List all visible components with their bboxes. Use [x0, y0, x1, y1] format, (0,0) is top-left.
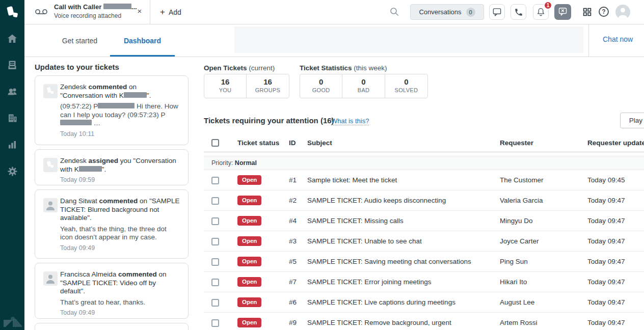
- person-icon: [615, 5, 630, 19]
- select-all-checkbox[interactable]: [211, 139, 219, 147]
- status-badge: Open: [237, 236, 261, 246]
- update-title: Zendesk commented on "Conversation with …: [60, 83, 180, 100]
- update-timestamp: Today 09:49: [60, 244, 180, 252]
- ticket-updated: Today 09:47: [587, 190, 625, 211]
- update-body: Yeah, that’s the thing, the three dot ic…: [60, 225, 180, 242]
- row-checkbox[interactable]: [211, 299, 219, 307]
- row-checkbox[interactable]: [211, 258, 219, 266]
- stat-cell-you: 16 YOU: [204, 74, 247, 98]
- ticket-rows: Open #1 Sample ticket: Meet the ticket T…: [204, 170, 644, 330]
- sidebar-item-customers[interactable]: [0, 78, 24, 105]
- tickets-table: Ticket status ID Subject Requester Reque…: [204, 138, 644, 330]
- ticket-id: #9: [289, 313, 297, 330]
- sidebar-item-home[interactable]: [0, 25, 24, 52]
- ticket-id: #2: [289, 190, 297, 211]
- web-widget-button[interactable]: [554, 4, 571, 20]
- chat-now-link[interactable]: Chat now: [603, 35, 633, 43]
- user-avatar: [43, 271, 58, 286]
- row-checkbox[interactable]: [211, 319, 219, 327]
- row-checkbox[interactable]: [211, 197, 219, 205]
- update-card[interactable]: Zendesk commented on "Conversation with …: [35, 75, 189, 145]
- chat-close-icon: [557, 7, 568, 17]
- priority-group-row: Priority: Normal: [204, 156, 644, 170]
- status-badge: Open: [237, 277, 261, 287]
- table-row[interactable]: Open #5 SAMPLE TICKET: Saving meeting ch…: [204, 252, 644, 272]
- row-checkbox[interactable]: [211, 217, 219, 225]
- help-button[interactable]: ?: [599, 7, 609, 17]
- ticket-subject: SAMPLE TICKET: Remove background, urgent: [307, 313, 451, 330]
- status-badge: Open: [237, 216, 261, 226]
- update-title: Francisca Almeida commented on "SAMPLE T…: [60, 270, 180, 296]
- sidebar-item-views[interactable]: [0, 52, 24, 78]
- ticket-requester: August Lee: [500, 292, 534, 313]
- messaging-button[interactable]: [489, 4, 505, 20]
- ticket-updated: Today 09:47: [587, 313, 625, 330]
- zendesk-logo-icon[interactable]: [5, 5, 19, 19]
- tab-get-started[interactable]: Get started: [59, 24, 101, 57]
- status-badge: Open: [237, 175, 261, 185]
- table-header: Ticket status ID Subject Requester Reque…: [204, 138, 644, 152]
- update-card[interactable]: Zendesk assigned you "Conversation with …: [35, 149, 189, 185]
- update-card[interactable]: Francisca Almeida commented on "SAMPLE T…: [35, 263, 189, 319]
- search-button[interactable]: [389, 7, 400, 18]
- ticket-id: #5: [289, 252, 297, 272]
- stat-cell-groups: 16 GROUPS: [247, 74, 289, 98]
- table-row[interactable]: Open #1 Sample ticket: Meet the ticket T…: [204, 170, 644, 190]
- ticket-subject: SAMPLE TICKET: Error joining meetings: [307, 272, 432, 292]
- user-avatar: [43, 198, 58, 212]
- update-card[interactable]: [35, 323, 189, 330]
- gear-icon: [7, 166, 18, 177]
- table-row[interactable]: Open #2 SAMPLE TICKET: Audio keeps disco…: [204, 190, 644, 211]
- redacted-text: [60, 120, 92, 125]
- table-row[interactable]: Open #9 SAMPLE TICKET: Remove background…: [204, 313, 644, 330]
- divider: [588, 24, 589, 57]
- row-checkbox[interactable]: [211, 279, 219, 286]
- add-tab-button[interactable]: + Add: [156, 0, 185, 24]
- zendesk-logo-glyph: [5, 5, 19, 19]
- ticket-updated: Today 09:47: [587, 231, 625, 252]
- ticket-updated: Today 09:47: [587, 211, 625, 231]
- redacted-text: [98, 103, 135, 108]
- what-is-this-link[interactable]: What is this?: [331, 117, 369, 125]
- profile-avatar[interactable]: [615, 5, 630, 19]
- table-row[interactable]: Open #4 SAMPLE TICKET: Missing calls Min…: [204, 211, 644, 231]
- sidebar: [0, 0, 24, 330]
- ticket-subject: SAMPLE TICKET: Live captions during meet…: [307, 292, 455, 313]
- top-bar: Call with Caller ... Voice recording att…: [24, 0, 644, 24]
- row-checkbox[interactable]: [211, 238, 219, 245]
- conversations-button[interactable]: Conversations 0: [410, 4, 484, 20]
- updates-heading: Updates to your tickets: [35, 63, 119, 71]
- tab-dashboard[interactable]: Dashboard: [110, 24, 175, 57]
- close-icon[interactable]: ×: [135, 6, 145, 16]
- ticket-requester: Ping Sun: [500, 252, 528, 272]
- ticket-requester: Hikari Ito: [500, 272, 527, 292]
- table-row[interactable]: Open #7 SAMPLE TICKET: Error joining mee…: [204, 272, 644, 292]
- sidebar-item-admin[interactable]: [0, 158, 24, 184]
- table-row[interactable]: Open #3 SAMPLE TICKET: Unable to see cha…: [204, 231, 644, 252]
- zendesk-avatar: [43, 84, 58, 98]
- update-timestamp: Today 09:49: [60, 309, 180, 316]
- play-button[interactable]: Play: [620, 113, 644, 128]
- priority-value: Normal: [235, 159, 257, 167]
- row-checkbox[interactable]: [211, 177, 219, 184]
- update-title: Dang Sitwat commented on "SAMPLE TICKET:…: [60, 197, 180, 223]
- sidebar-item-reporting[interactable]: [0, 131, 24, 158]
- status-badge: Open: [237, 297, 261, 307]
- search-icon: [389, 7, 399, 17]
- ticket-requester: Mingyu Do: [500, 211, 533, 231]
- notifications-count-badge: 1: [544, 1, 552, 10]
- conversations-count-badge: 0: [466, 8, 475, 17]
- call-button[interactable]: [511, 4, 526, 20]
- open-tickets-stats: 16 YOU 16 GROUPS: [204, 74, 289, 98]
- apps-grid-button[interactable]: [582, 7, 592, 17]
- notifications-button[interactable]: 1: [533, 4, 549, 20]
- bell-icon: [536, 7, 546, 17]
- sidebar-item-organizations[interactable]: [0, 105, 24, 131]
- voicemail-icon: [35, 8, 48, 16]
- table-row[interactable]: Open #6 SAMPLE TICKET: Live captions dur…: [204, 292, 644, 313]
- column-requester-updated: Requester updated: [587, 139, 644, 147]
- call-tab[interactable]: Call with Caller ... Voice recording att…: [24, 0, 150, 24]
- update-card[interactable]: Dang Sitwat commented on "SAMPLE TICKET:…: [35, 189, 189, 259]
- add-label: Add: [169, 8, 181, 16]
- ticket-requester: Joyce Carter: [500, 231, 539, 252]
